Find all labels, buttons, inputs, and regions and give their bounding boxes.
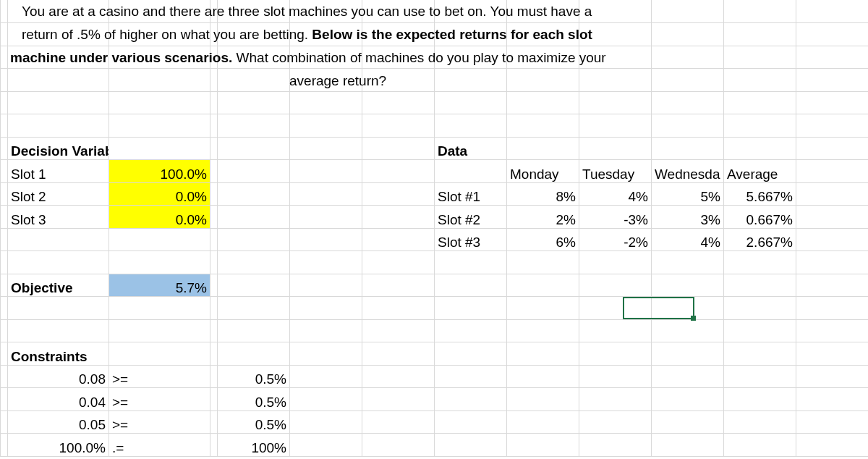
constraint-op-3[interactable]: >=	[109, 410, 210, 434]
data-header[interactable]: Data	[435, 137, 507, 160]
constraint-lhs-3[interactable]: 0.05	[8, 410, 109, 434]
data-wed-1[interactable]: 5%	[652, 182, 724, 206]
constraint-op-4[interactable]: .=	[109, 434, 210, 457]
spreadsheet-viewport[interactable]: Decision Variables Data Slot 1 100.0% Mo…	[0, 0, 868, 459]
constraint-rhs-1[interactable]: 0.5%	[218, 365, 290, 388]
data-row-label-2[interactable]: Slot #2	[435, 206, 507, 229]
data-mon-3[interactable]: 6%	[507, 228, 579, 251]
dv-value-slot2[interactable]: 0.0%	[109, 182, 210, 206]
constraint-lhs-1[interactable]: 0.08	[8, 365, 109, 388]
constraint-rhs-4[interactable]: 100%	[218, 434, 290, 457]
spreadsheet-grid[interactable]: Decision Variables Data Slot 1 100.0% Mo…	[0, 0, 868, 457]
constraint-op-2[interactable]: >=	[109, 388, 210, 411]
constraint-rhs-3[interactable]: 0.5%	[218, 410, 290, 434]
constraint-op-1[interactable]: >=	[109, 365, 210, 388]
data-mon-2[interactable]: 2%	[507, 206, 579, 229]
constraint-rhs-2[interactable]: 0.5%	[218, 388, 290, 411]
objective-label[interactable]: Objective	[8, 274, 109, 297]
dv-label-slot1[interactable]: Slot 1	[8, 160, 109, 183]
decision-variables-header[interactable]: Decision Variables	[8, 137, 109, 160]
constraints-header[interactable]: Constraints	[8, 342, 109, 366]
constraint-lhs-4[interactable]: 100.0%	[8, 434, 109, 457]
data-wed-2[interactable]: 3%	[652, 206, 724, 229]
col-average[interactable]: Average	[724, 160, 796, 183]
data-tue-2[interactable]: -3%	[579, 206, 652, 229]
data-tue-3[interactable]: -2%	[579, 228, 652, 251]
objective-value[interactable]: 5.7%	[109, 274, 210, 297]
data-row-label-3[interactable]: Slot #3	[435, 228, 507, 251]
col-wednesday[interactable]: Wednesda	[652, 160, 724, 183]
data-wed-3[interactable]: 4%	[652, 228, 724, 251]
dv-value-slot1[interactable]: 100.0%	[109, 160, 210, 183]
data-avg-1[interactable]: 5.667%	[724, 182, 796, 206]
dv-value-slot3[interactable]: 0.0%	[109, 206, 210, 229]
constraint-lhs-2[interactable]: 0.04	[8, 388, 109, 411]
col-tuesday[interactable]: Tuesday	[579, 160, 652, 183]
dv-label-slot3[interactable]: Slot 3	[8, 206, 109, 229]
data-avg-3[interactable]: 2.667%	[724, 228, 796, 251]
dv-label-slot2[interactable]: Slot 2	[8, 182, 109, 206]
data-mon-1[interactable]: 8%	[507, 182, 579, 206]
data-avg-2[interactable]: 0.667%	[724, 206, 796, 229]
col-monday[interactable]: Monday	[507, 160, 579, 183]
data-row-label-1[interactable]: Slot #1	[435, 182, 507, 206]
data-tue-1[interactable]: 4%	[579, 182, 652, 206]
